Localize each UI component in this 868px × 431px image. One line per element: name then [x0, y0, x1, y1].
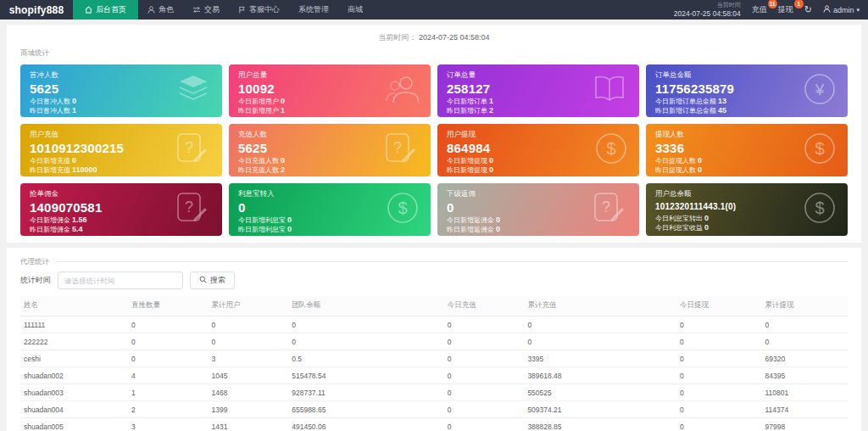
- table-header-4: 今日充值: [444, 296, 525, 316]
- table-cell: 655988.65: [288, 401, 443, 418]
- table-cell: 222222: [20, 333, 128, 350]
- table-cell: 0: [676, 367, 762, 384]
- table-cell: 0: [288, 316, 443, 333]
- table-cell: 0: [524, 333, 676, 350]
- agent-stats-table: 姓名直推数量累计用户团队余额今日充值累计充值今日提现累计提现 111111000…: [20, 296, 848, 431]
- menu-item-label: 商城: [348, 4, 363, 15]
- layers-icon: [176, 74, 210, 108]
- question-file-icon: ?: [173, 132, 210, 168]
- stat-cards-grid: 首冲人数5625今日首冲人数0昨日首冲人数1 用户总量10092今日新增用户0昨…: [20, 64, 848, 236]
- menu-item-1[interactable]: 角色: [138, 0, 183, 20]
- table-cell: 0.5: [288, 350, 443, 367]
- table-row: shuadan00311468928737.1105505250110801: [20, 384, 848, 401]
- clock-label: 当前时间: [674, 2, 741, 9]
- table-cell: 0: [676, 384, 762, 401]
- stat-card-7: 提现人数3336今日提现人数0昨日提现人数0 $: [646, 124, 848, 176]
- navbar-right: 当前时间 2024-07-25 04:58:04 充值 11 提现 1 ↻ ad…: [674, 0, 868, 20]
- question-file-icon: ?: [381, 132, 419, 168]
- search-button[interactable]: 搜索: [190, 271, 235, 289]
- stat-card-6: 用户提现864984今日新增提现0昨日新增提现0 $: [437, 124, 639, 176]
- table-header-7: 累计提现: [761, 296, 848, 316]
- table-cell: 509374.21: [524, 401, 676, 418]
- refresh-icon[interactable]: ↻: [804, 4, 812, 15]
- recharge-link[interactable]: 充值 11: [752, 4, 767, 15]
- table-cell: 0: [209, 316, 289, 333]
- table-cell: 1045: [209, 367, 289, 384]
- menu-item-2[interactable]: 交易: [183, 0, 229, 20]
- table-cell: 0: [288, 333, 443, 350]
- current-time-value: 2024-07-25 04:58:04: [419, 33, 490, 42]
- table-cell: 388828.85: [524, 418, 676, 431]
- table-cell: 1: [128, 384, 209, 401]
- menu-item-0[interactable]: 后台首页: [73, 0, 138, 20]
- table-cell: 0: [524, 316, 676, 333]
- table-cell: shuadan005: [20, 418, 128, 431]
- filter-time-input[interactable]: [58, 271, 183, 289]
- svg-text:?: ?: [185, 139, 193, 156]
- recharge-label: 充值: [752, 5, 767, 14]
- table-cell: 110801: [761, 384, 848, 401]
- table-cell: ceshi: [20, 350, 128, 367]
- table-cell: 928737.11: [288, 384, 443, 401]
- svg-text:¥: ¥: [815, 81, 825, 98]
- search-button-label: 搜索: [210, 275, 225, 286]
- stat-card-10: 下级返佣0今日新增返佣金0昨日新增返佣金0 ?: [437, 183, 639, 236]
- table-cell: 1431: [209, 418, 289, 431]
- menu-item-5[interactable]: 商城: [338, 0, 372, 20]
- recharge-badge: 11: [768, 0, 777, 8]
- menu-item-4[interactable]: 系统管理: [289, 0, 338, 20]
- table-cell: 3395: [524, 350, 676, 367]
- dollar-icon: $: [387, 192, 419, 227]
- table-cell: 0: [444, 384, 525, 401]
- agent-stats-panel: 代理统计 统计时间 搜索 姓名直推数量累计用户团队余额今日充值累计充值今日提现累…: [7, 248, 861, 431]
- top-navbar: shopify888 后台首页 角色 交易 客服中心系统管理商城 当前时间 20…: [0, 0, 868, 20]
- table-cell: 491450.06: [288, 418, 443, 431]
- stat-card-2: 订单总量258127今日新增订单1昨日新增订单2: [437, 64, 639, 117]
- svg-text:?: ?: [602, 199, 610, 216]
- table-cell: 1468: [209, 384, 289, 401]
- exchange-icon: [192, 6, 201, 14]
- table-cell: 114374: [761, 401, 848, 418]
- table-cell: 0: [444, 316, 525, 333]
- menu-item-label: 后台首页: [96, 4, 126, 15]
- table-header-3: 团队余额: [288, 296, 443, 316]
- table-cell: 0: [444, 401, 525, 418]
- withdraw-link[interactable]: 提现 1: [778, 4, 793, 15]
- flag-icon: [238, 6, 246, 14]
- svg-text:?: ?: [393, 139, 402, 156]
- mall-stats-title: 商城统计: [20, 48, 848, 59]
- table-cell: 84395: [761, 367, 848, 384]
- withdraw-badge: 1: [794, 0, 804, 8]
- table-cell: shuadan002: [20, 367, 128, 384]
- stat-card-0: 首冲人数5625今日首冲人数0昨日首冲人数1: [20, 64, 222, 117]
- table-cell: 0: [209, 333, 289, 350]
- table-row: shuadan00241045515478.540389618.48084395: [20, 367, 848, 384]
- table-header-0: 姓名: [20, 296, 128, 316]
- admin-dropdown[interactable]: admin ▾: [823, 5, 860, 14]
- table-row: shuadan00421399655988.650509374.21011437…: [20, 401, 848, 418]
- table-cell: 0: [128, 333, 209, 350]
- card-yesterday-line: 昨日新增订单2: [447, 106, 630, 115]
- menu-item-3[interactable]: 客服中心: [229, 0, 289, 20]
- table-row: ceshi030.503395069320: [20, 350, 848, 367]
- question-file-icon: ?: [590, 192, 627, 227]
- stat-card-9: 利息宝转入0今日新增利息宝0昨日新增利息宝0 $: [229, 183, 431, 236]
- table-cell: 0: [761, 333, 848, 350]
- yen-icon: ¥: [804, 73, 836, 109]
- mall-stats-panel: 当前时间： 2024-07-25 04:58:04 商城统计 首冲人数5625今…: [7, 25, 861, 243]
- svg-text:$: $: [398, 199, 407, 217]
- table-cell: 3: [128, 418, 209, 431]
- table-row: 1111110000000: [20, 316, 848, 333]
- menu-item-label: 客服中心: [249, 4, 280, 15]
- stat-card-4: 用户充值1010912300215今日新增充值0昨日新增充值110000 ?: [20, 124, 222, 176]
- table-cell: 4: [128, 367, 209, 384]
- table-cell: 0: [676, 350, 762, 367]
- home-icon: [85, 6, 92, 14]
- stat-card-1: 用户总量10092今日新增用户0昨日新增用户1: [229, 64, 431, 117]
- stat-card-5: 充值人数5625今日充值人数0昨日充值人数2 ?: [229, 124, 431, 176]
- table-cell: 2: [128, 401, 209, 418]
- current-time-label: 当前时间：: [378, 33, 416, 42]
- agent-stats-section: 代理统计 统计时间 搜索 姓名直推数量累计用户团队余额今日充值累计充值今日提现累…: [20, 261, 848, 431]
- table-header-6: 今日提现: [676, 296, 762, 316]
- menu-item-label: 交易: [204, 4, 220, 15]
